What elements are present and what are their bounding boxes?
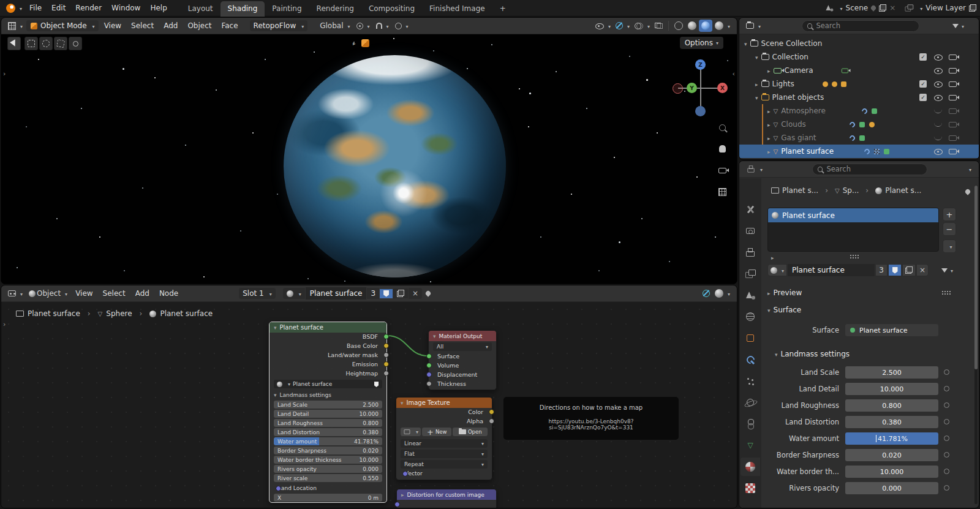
landmass-panel-header[interactable]: Landmass settings [775,348,850,360]
copy-material-button[interactable] [393,288,408,298]
node-canvas[interactable]: Planet surface Sphere Planet surface › P… [1,302,737,508]
sidebar-collapse-arrow[interactable]: ‹ [733,70,735,78]
show-object-types-dropdown[interactable] [593,20,613,31]
fake-user-toggle[interactable] [380,289,393,298]
preview-shading-button[interactable] [712,288,733,299]
resize-grip[interactable] [850,254,859,259]
material-users-button[interactable]: 3 [367,288,379,299]
show-overlays-toggle[interactable] [632,20,652,31]
preview-panel-header[interactable]: Preview [767,287,802,299]
properties-tab-world[interactable] [741,307,760,326]
outliner-row-camera[interactable]: Camera [739,64,979,77]
toolbar-expand-arrow[interactable]: › [3,70,6,78]
tab-compositing[interactable]: Compositing [361,1,422,17]
expander-icon[interactable] [755,80,761,88]
proportional-edit-toggle[interactable] [393,20,411,31]
material-users-button[interactable]: 3 [875,264,888,276]
toggle-orthographic-button[interactable] [715,184,729,199]
browse-image-button[interactable] [401,428,421,436]
axis-y-handle[interactable]: Y [687,83,697,93]
node-header[interactable]: Planet surface [270,322,386,333]
decorator-icon[interactable] [944,469,949,474]
menu-view[interactable]: View [71,287,97,300]
note-frame[interactable]: Directions on how to make a map https://… [503,397,679,440]
filter-dropdown[interactable] [952,21,964,30]
decorator-icon[interactable] [944,419,949,424]
camera-view-button[interactable] [715,163,729,178]
land-distortion-slider[interactable]: 0.380 [845,416,938,428]
param-land-scale[interactable]: Land Scale2.500 [274,401,382,409]
expander-icon[interactable] [767,107,774,115]
fake-user-toggle[interactable] [888,264,902,276]
axis-x-handle[interactable]: X [717,83,728,93]
expander-icon[interactable] [767,134,774,142]
water-border-thickness-slider[interactable]: 10.000 [845,466,938,478]
socket-color[interactable] [489,409,494,415]
menu-view[interactable]: View [100,20,126,32]
disable-render-toggle[interactable] [949,95,957,100]
water-amount-field-editing[interactable]: 41.781% [845,432,938,445]
slot-specials-dropdown[interactable] [943,239,956,253]
snap-node-toggle[interactable] [700,288,712,298]
menu-object[interactable]: Object [183,20,216,32]
editor-type-button[interactable] [744,20,763,31]
unlink-material-button[interactable] [916,264,929,276]
collapse-icon[interactable] [433,333,439,339]
browse-material-button[interactable] [767,264,787,276]
socket-vector[interactable] [402,471,408,477]
rivers-opacity-slider[interactable]: 0.000 [845,482,938,494]
decorator-icon[interactable] [944,369,949,375]
editor-type-button[interactable] [6,288,25,299]
tab-layout[interactable]: Layout [181,1,221,17]
menu-help[interactable]: Help [145,2,172,14]
blender-logo-menu[interactable] [4,2,24,14]
shading-material-preview-button[interactable] [699,20,712,32]
cursor-tool-button[interactable] [69,37,82,50]
border-sharpness-slider[interactable]: 0.020 [845,449,938,461]
surface-shader-selector[interactable]: Planet surface [845,324,938,336]
param-rivers-opacity[interactable]: Rivers opacity0.000 [274,465,382,473]
interpolation-dropdown[interactable]: Linear [401,439,488,448]
add-slot-button[interactable] [943,208,956,221]
land-detail-slider[interactable]: 10.000 [845,383,938,395]
shading-rendered-button[interactable] [712,20,733,31]
tab-painting[interactable]: Painting [265,1,309,17]
param-water-border-thickness[interactable]: Water border thickness10.000 [274,456,382,464]
socket-value[interactable] [426,381,432,386]
menu-face[interactable]: Face [217,20,242,32]
unlink-material-button[interactable] [409,288,422,299]
select-box-tool-button[interactable] [24,37,38,50]
param-border-sharpness[interactable]: Border Sharpness0.020 [274,447,382,454]
axis-z-handle[interactable]: Z [695,59,706,70]
outliner-row-planet-objects[interactable]: Planet objects [739,91,979,104]
outliner-row-collection[interactable]: Collection [739,50,979,64]
param-land-roughness[interactable]: Land Roughness0.800 [274,419,382,427]
exclude-checkbox[interactable] [919,94,927,101]
scrollbar-thumb[interactable] [974,186,978,369]
shading-wireframe-button[interactable] [672,20,685,31]
properties-tab-render[interactable] [741,222,760,240]
axis-negative-x-handle[interactable] [673,83,683,94]
param-location-x[interactable]: X0 m [274,494,382,502]
decorator-icon[interactable] [944,435,949,441]
disable-render-toggle[interactable] [949,122,957,127]
node-planet-surface-group[interactable]: Planet surface BSDF Base Color Land/wate… [269,322,387,503]
outliner-search[interactable] [802,20,919,32]
expander-icon[interactable] [755,93,761,102]
pin-id-toggle[interactable] [965,187,970,196]
landmass-section-toggle[interactable]: Landmass settings [274,391,382,399]
tweak-tool-button[interactable] [7,37,21,50]
socket-shader[interactable] [426,353,432,359]
material-slot-dropdown[interactable]: Slot 1 [239,288,275,299]
menu-select[interactable]: Select [99,287,130,300]
outliner-row-gas-giant[interactable]: Gas giant [739,131,979,145]
unlink-scene-icon[interactable] [889,4,895,12]
node-header[interactable]: Image Texture [396,398,492,408]
outliner-row-atmosphere[interactable]: Atmosphere [739,104,979,118]
disable-render-toggle[interactable] [949,81,957,87]
param-river-scale[interactable]: River scale0.550 [274,474,382,482]
retopoflow-dropdown[interactable]: RetopoFlow [250,20,308,31]
zoom-tool-button[interactable] [715,120,729,135]
node-header[interactable]: Material Output [429,331,496,341]
remove-slot-button[interactable] [943,222,956,236]
